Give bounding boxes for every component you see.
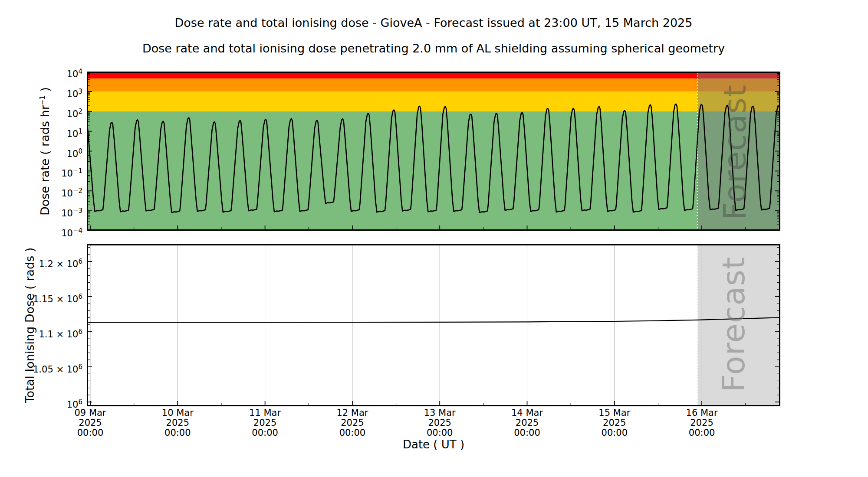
y-tick-label: 106 <box>28 396 82 408</box>
y-tick-label: 1.15 × 106 <box>28 291 82 302</box>
x-tick-label: 10 Mar202500:00 <box>145 408 210 438</box>
radiation-forecast-figure: Dose rate and total ionising dose - Giov… <box>0 0 868 477</box>
x-tick-label: 15 Mar202500:00 <box>582 408 647 438</box>
x-tick-label: 09 Mar202500:00 <box>58 408 123 438</box>
y-tick-label: 101 <box>28 126 82 137</box>
x-tick-label: 11 Mar202500:00 <box>233 408 298 438</box>
x-tick-label: 14 Mar202500:00 <box>495 408 560 438</box>
y-tick-label: 103 <box>28 86 82 97</box>
x-tick-label: 16 Mar202500:00 <box>669 408 734 438</box>
y-tick-label: 1.1 × 106 <box>28 326 82 337</box>
y-tick-label: 10−4 <box>28 225 82 236</box>
dose-rate-plot <box>87 72 780 231</box>
y-tick-label: 1.2 × 106 <box>28 256 82 267</box>
y-tick-label: 10−2 <box>28 185 82 196</box>
y-tick-label: 10−3 <box>28 205 82 216</box>
x-tick-label: 13 Mar202500:00 <box>407 408 472 438</box>
y-tick-label: 1.05 × 106 <box>28 361 82 372</box>
x-axis-label: Date ( UT ) <box>403 438 464 451</box>
alert-band-yellow <box>87 91 780 111</box>
forecast-watermark-bottom: Forecast <box>715 257 752 392</box>
y-tick-label: 10−1 <box>28 165 82 176</box>
y-tick-label: 102 <box>28 106 82 117</box>
y-tick-label: 100 <box>28 146 82 157</box>
x-tick-label: 12 Mar202500:00 <box>320 408 385 438</box>
y-tick-label: 104 <box>28 66 82 77</box>
total-dose-plot <box>87 244 780 406</box>
forecast-watermark-top: Forecast <box>717 85 753 220</box>
alert-band-orange <box>87 78 780 91</box>
chart-title: Dose rate and total ionising dose - Giov… <box>87 16 780 29</box>
chart-subtitle: Dose rate and total ionising dose penetr… <box>87 42 780 55</box>
